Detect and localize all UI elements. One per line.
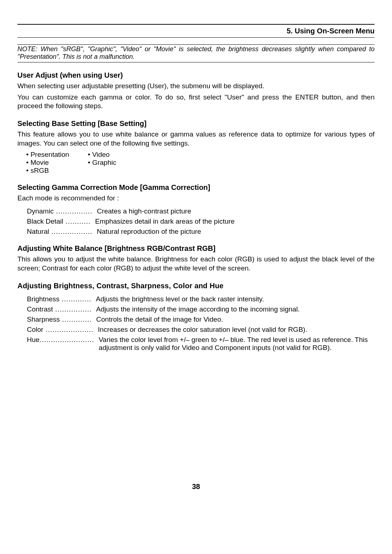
heading-base-setting: Selecting Base Setting [Base Setting] xyxy=(17,119,375,128)
def-dots: ................ xyxy=(54,207,95,215)
def-desc: Increases or decreases the color saturat… xyxy=(96,326,375,334)
def-term: Sharpness xyxy=(27,315,60,323)
adjusting-list: Brightness ............. Adjusts the bri… xyxy=(27,295,375,352)
bullet-label: sRGB xyxy=(30,167,49,174)
heading-user-adjust: User Adjust (when using User) xyxy=(17,71,375,80)
gamma-p: Each mode is recommended for : xyxy=(17,194,375,203)
gamma-list: Dynamic ................ Creates a high-… xyxy=(27,207,375,236)
bullet-item: • Video xyxy=(88,151,150,159)
def-row: Natural .................. Natural repro… xyxy=(27,228,375,236)
bullet-label: Presentation xyxy=(30,151,69,158)
body-white-balance: This allows you to adjust the white bala… xyxy=(17,255,375,273)
def-desc: Adjusts the intensity of the image accor… xyxy=(94,305,375,313)
def-desc: Natural reproduction of the picture xyxy=(95,228,375,236)
def-dots: ................ xyxy=(53,305,94,313)
page-container: 5. Using On-Screen Menu NOTE: When "sRGB… xyxy=(0,0,392,502)
heading-gamma: Selecting Gamma Correction Mode [Gamma C… xyxy=(17,183,375,192)
def-term: Natural xyxy=(27,228,49,236)
page-number: 38 xyxy=(17,482,375,491)
bullet-row: • Presentation • Video xyxy=(26,151,375,159)
bullet-row: • Movie • Graphic xyxy=(26,159,375,167)
def-row: Hue ........................ Varies the … xyxy=(27,336,375,352)
bullet-item: • sRGB xyxy=(26,167,88,175)
def-term: Hue xyxy=(27,336,40,344)
bullet-item: • Movie xyxy=(26,159,88,167)
body-gamma: Each mode is recommended for : xyxy=(17,194,375,203)
header-rule-bottom xyxy=(17,37,375,38)
def-term: Brightness xyxy=(27,295,60,303)
white-balance-p: This allows you to adjust the white bala… xyxy=(17,255,375,273)
def-dots: ............. xyxy=(60,315,94,323)
def-desc: Varies the color level from +/– green to… xyxy=(97,336,375,352)
def-dots: ............. xyxy=(60,295,94,303)
def-row: Brightness ............. Adjusts the bri… xyxy=(27,295,375,303)
def-row: Dynamic ................ Creates a high-… xyxy=(27,207,375,215)
bullet-row: • sRGB xyxy=(26,167,375,175)
bullet-label: Video xyxy=(92,151,110,158)
def-desc: Controls the detail of the image for Vid… xyxy=(94,315,375,323)
def-row: Color ..................... Increases or… xyxy=(27,326,375,334)
body-user-adjust: When selecting user adjustable presettin… xyxy=(17,82,375,111)
def-dots: .................. xyxy=(49,228,95,236)
base-setting-p: This feature allows you to use white bal… xyxy=(17,130,375,148)
header-rule-top xyxy=(17,24,375,25)
def-dots: ........................ xyxy=(40,336,97,344)
note-box: NOTE: When "sRGB", "Graphic", "Video" or… xyxy=(17,44,375,62)
def-term: Black Detail xyxy=(27,217,63,225)
page-header: 5. Using On-Screen Menu xyxy=(17,25,375,37)
bullet-item: • Presentation xyxy=(26,151,88,159)
def-row: Sharpness ............. Controls the det… xyxy=(27,315,375,323)
bullet-label: Graphic xyxy=(92,159,117,166)
def-row: Contrast ................ Adjusts the in… xyxy=(27,305,375,313)
def-term: Dynamic xyxy=(27,207,54,215)
bullet-item: • Graphic xyxy=(88,159,150,167)
user-adjust-p2: You can customize each gamma or color. T… xyxy=(17,93,375,111)
base-setting-bullets: • Presentation • Video • Movie • Graphic… xyxy=(26,151,375,175)
def-dots: ..................... xyxy=(43,326,95,334)
def-desc: Creates a high-contrast picture xyxy=(95,207,375,215)
def-row: Black Detail ........... Emphasizes deta… xyxy=(27,217,375,225)
def-desc: Adjusts the brightness level or the back… xyxy=(94,295,375,303)
def-desc: Emphasizes detail in dark areas of the p… xyxy=(93,217,375,225)
def-term: Contrast xyxy=(27,305,53,313)
heading-adjusting: Adjusting Brightness, Contrast, Sharpnes… xyxy=(17,282,375,290)
body-base-setting: This feature allows you to use white bal… xyxy=(17,130,375,148)
def-term: Color xyxy=(27,326,43,334)
bullet-label: Movie xyxy=(30,159,49,166)
user-adjust-p1: When selecting user adjustable presettin… xyxy=(17,82,375,91)
heading-white-balance: Adjusting White Balance [Brightness RGB/… xyxy=(17,244,375,253)
def-dots: ........... xyxy=(63,217,93,225)
